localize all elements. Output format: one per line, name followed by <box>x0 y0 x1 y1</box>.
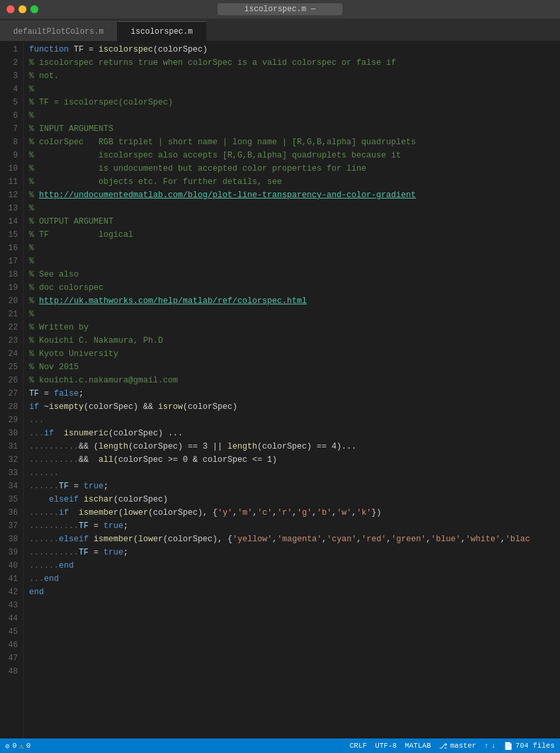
minimize-button[interactable] <box>19 5 26 13</box>
line-number-24: 24 <box>5 347 18 361</box>
token-cm-link: http://undocumentedmatlab.com/blog/plot-… <box>39 189 416 202</box>
line-number-10: 10 <box>5 162 18 175</box>
tab-iscolorspec[interactable]: iscolorspec.m <box>118 21 207 41</box>
line-number-40: 40 <box>5 559 18 572</box>
line-number-1: 1 <box>5 43 18 56</box>
token-str: 'r' <box>277 506 292 519</box>
token-plain: , <box>500 533 506 546</box>
token-cm: % <box>29 308 34 321</box>
close-button[interactable] <box>7 5 15 13</box>
code-line-21: % <box>24 308 560 321</box>
line-number-27: 27 <box>5 387 18 400</box>
token-str: 'g' <box>297 506 312 519</box>
token-plain: ~ <box>39 400 49 414</box>
token-dots: ...... <box>29 533 59 546</box>
code-line-35: ...... <box>24 466 560 480</box>
line-number-14: 14 <box>5 215 18 228</box>
code-line-12: % http://undocumentedmatlab.com/blog/plo… <box>24 189 560 202</box>
line-number-34: 34 <box>5 480 18 493</box>
code-line-43: ..........TF = true; <box>24 546 560 559</box>
encoding-label: CRLF <box>350 742 367 750</box>
code-line-28: TF = false; <box>24 387 560 400</box>
maximize-button[interactable] <box>30 5 38 13</box>
code-line-44: ......end <box>24 559 560 572</box>
token-plain: (colorSpec) <box>114 493 169 506</box>
token-plain: , <box>386 533 391 546</box>
token-fn: ischar <box>84 493 114 506</box>
token-cm: % not. <box>29 69 59 83</box>
token-dots: ...... <box>29 559 59 572</box>
git-icon: ⎇ <box>439 742 448 750</box>
code-line-11: % objects etc. For further details, see <box>24 175 560 189</box>
token-cm: % doc colorspec <box>29 281 104 294</box>
code-line-24: % Kyoto University <box>24 347 560 361</box>
code-line-17: % <box>24 255 560 268</box>
token-plain: , <box>332 506 337 519</box>
code-line-31: ... <box>24 414 560 427</box>
token-str: 'white' <box>465 533 500 546</box>
token-plain: , <box>253 506 258 519</box>
line-number-42: 42 <box>5 586 18 599</box>
token-cm: % <box>29 189 39 202</box>
token-plain: = <box>39 387 54 400</box>
token-var: TF <box>79 519 89 533</box>
line-number-8: 8 <box>5 136 18 149</box>
status-arrows[interactable]: ↑ ↓ <box>484 742 495 750</box>
status-encoding[interactable]: CRLF <box>350 742 367 750</box>
token-plain <box>69 506 79 519</box>
token-kw: end <box>29 586 44 599</box>
token-cm: % objects etc. For further details, see <box>29 175 282 189</box>
token-str: 'y' <box>218 506 233 519</box>
code-line-20: % http://uk.mathworks.com/help/matlab/re… <box>24 294 560 308</box>
line-number-21: 21 <box>5 308 18 321</box>
status-branch[interactable]: ⎇ master <box>439 742 477 750</box>
status-charset[interactable]: UTF-8 <box>375 742 397 750</box>
token-plain: , <box>292 506 298 519</box>
token-fn: all <box>99 453 114 466</box>
token-plain: , <box>233 506 238 519</box>
status-files: 📄 704 files <box>504 742 555 750</box>
token-var: TF <box>29 387 39 400</box>
code-line-1: function TF = iscolorspec(colorSpec) <box>24 43 560 56</box>
code-area[interactable]: function TF = iscolorspec(colorSpec)% is… <box>24 42 560 738</box>
token-cm: % iscolorspec also accepts [R,G,B,alpha]… <box>29 149 401 162</box>
up-arrow-icon: ↑ <box>484 742 489 750</box>
token-str: 'b' <box>317 506 332 519</box>
code-line-45: ...end <box>24 572 560 586</box>
token-cm: % TF = iscolorspec(colorSpec) <box>29 96 173 109</box>
line-number-23: 23 <box>5 334 18 347</box>
token-plain: TF = <box>69 43 99 56</box>
token-plain: (colorSpec) && <box>84 400 159 414</box>
status-language[interactable]: MATLAB <box>405 742 431 750</box>
line-number-3: 3 <box>5 69 18 83</box>
token-plain: , <box>272 506 278 519</box>
line-number-11: 11 <box>5 175 18 189</box>
token-cm: % Nov 2015 <box>29 361 79 374</box>
token-plain: ; <box>79 387 84 400</box>
line-number-47: 47 <box>5 652 18 665</box>
line-number-22: 22 <box>5 321 18 334</box>
token-plain: (colorSpec >= 0 & colorSpec <= 1) <box>114 453 278 466</box>
token-fn: isempty <box>49 400 84 414</box>
traffic-lights <box>7 5 38 13</box>
token-plain: (colorSpec) ... <box>108 427 183 440</box>
token-plain: ; <box>124 519 129 533</box>
line-number-32: 32 <box>5 453 18 466</box>
token-kw: end <box>59 559 74 572</box>
token-str: 'cyan' <box>327 533 356 546</box>
line-number-30: 30 <box>5 427 18 440</box>
line-number-26: 26 <box>5 374 18 387</box>
token-plain <box>79 493 84 506</box>
token-plain <box>54 427 64 440</box>
token-plain: = <box>89 546 104 559</box>
token-kw: elseif <box>49 493 79 506</box>
token-kw: end <box>44 572 60 586</box>
code-line-47: end <box>24 586 560 599</box>
token-plain: = <box>89 519 104 533</box>
tab-defaultplotcolors[interactable]: defaultPlotColors.m <box>0 21 118 41</box>
token-plain: ( <box>134 533 139 546</box>
token-cm: % Written by <box>29 321 89 334</box>
line-numbers: 1234567891011121314151617181920212223242… <box>0 42 24 738</box>
line-number-36: 36 <box>5 506 18 519</box>
token-plain: (colorSpec) == 4)... <box>257 440 356 453</box>
